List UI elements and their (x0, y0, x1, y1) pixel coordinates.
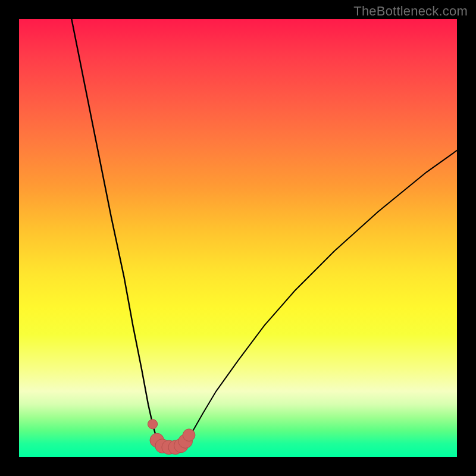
bottleneck-curve-left (71, 19, 160, 446)
curve-layer (19, 19, 457, 457)
plot-area (19, 19, 457, 457)
bottleneck-curve-right (183, 151, 457, 446)
chart-frame: TheBottleneck.com (0, 0, 476, 476)
highlight-dot (183, 429, 195, 441)
highlight-dot (148, 419, 157, 429)
watermark-text: TheBottleneck.com (353, 4, 468, 19)
highlight-marker-group (148, 419, 195, 455)
